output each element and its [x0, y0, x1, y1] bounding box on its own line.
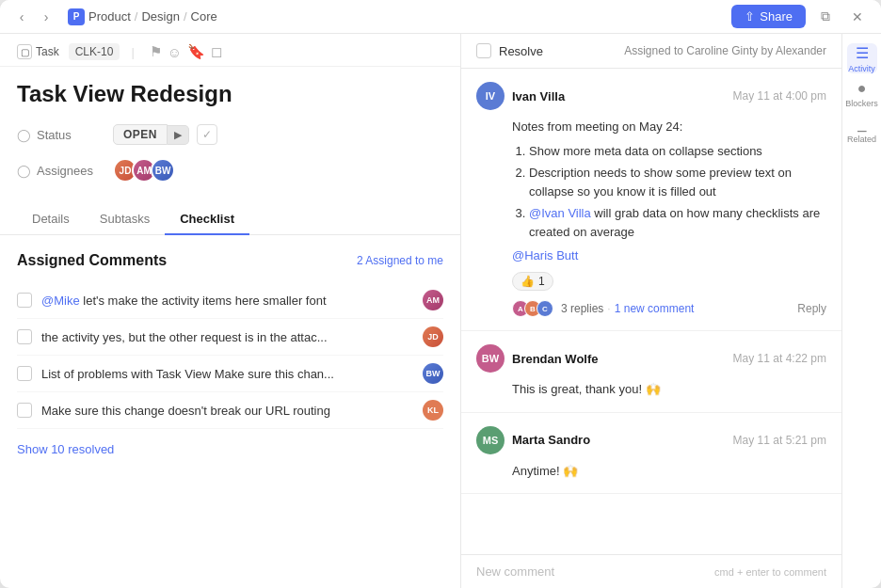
- reply-avatar-3: C: [537, 300, 553, 317]
- toolbar-sep: |: [131, 45, 134, 59]
- comment-brendan-date: May 11 at 4:22 pm: [733, 352, 826, 365]
- task-meta: ◯ Status OPEN ▶ ✓ ◯ Assignees JD: [0, 118, 460, 189]
- comment-ivan-footer: A B C 3 replies · 1 new comment Reply: [512, 300, 826, 317]
- comment-marta-author: Marta Sandro: [512, 433, 590, 447]
- comment-ivan-list: Show more meta data on collapse sections…: [512, 142, 826, 242]
- task-tabs: Details Subtasks Checklist: [0, 195, 460, 235]
- reaction-count: 1: [538, 275, 545, 288]
- assignee-avatar-3[interactable]: BW: [151, 158, 175, 183]
- comment-ivan-reactions: 👍 1: [512, 272, 826, 291]
- resolve-left: Resolve: [476, 43, 543, 58]
- nav-buttons: ‹ ›: [11, 7, 56, 27]
- comment-ivan-mention: @Ivan Villa: [529, 206, 591, 220]
- comment-brendan-avatar: BW: [476, 344, 505, 373]
- tab-checklist[interactable]: Checklist: [165, 204, 249, 235]
- checklist-item-3: List of problems with Task View Make sur…: [17, 356, 443, 392]
- resolve-label: Resolve: [499, 44, 543, 58]
- sidebar-activity-button[interactable]: ☰ Activity: [847, 43, 877, 73]
- share-icon: ⇧: [745, 9, 755, 24]
- comment-marta-text: Anytime! 🙌: [512, 464, 578, 478]
- flag-icon[interactable]: ⚑: [150, 43, 162, 60]
- assignees-icon: ◯: [17, 164, 31, 178]
- comment-marta-body: Anytime! 🙌: [512, 462, 826, 481]
- show-resolved-button[interactable]: Show 10 resolved: [17, 442, 443, 464]
- comment-marta-header: MS Marta Sandro May 11 at 5:21 pm: [476, 426, 826, 454]
- comment-marta-date: May 11 at 5:21 pm: [733, 434, 826, 447]
- breadcrumb-core[interactable]: Core: [191, 9, 217, 24]
- status-label: ◯ Status: [17, 128, 102, 142]
- comment-ivan-list-2: Description needs to show some preview t…: [529, 164, 826, 200]
- comment-ivan-intro: Notes from meeting on May 24:: [512, 119, 682, 134]
- checkbox-2[interactable]: [17, 329, 32, 344]
- status-check-button[interactable]: ✓: [197, 124, 217, 145]
- left-panel: ▢ Task CLK-10 | ⚑ ☺ 🔖 ◻ Task View Redesi…: [0, 34, 461, 588]
- section-header: Assigned Comments 2 Assigned to me: [17, 252, 443, 269]
- status-icon: ◯: [17, 128, 31, 142]
- mention-mike: @Mike: [41, 294, 80, 308]
- replies-count[interactable]: 3 replies: [561, 302, 603, 315]
- tag-icon[interactable]: 🔖: [187, 43, 205, 60]
- task-title: Task View Redesign: [0, 67, 460, 118]
- status-open-text[interactable]: OPEN: [113, 124, 168, 145]
- comment-ivan-tag[interactable]: @Haris Butt: [512, 248, 826, 262]
- app-icon: P: [68, 8, 85, 25]
- checklist-text-1-rest: let's make the activity items here small…: [80, 294, 327, 308]
- reaction-thumbs-up[interactable]: 👍 1: [512, 272, 553, 291]
- resolve-checkbox[interactable]: [476, 43, 491, 58]
- forward-button[interactable]: ›: [36, 7, 56, 27]
- comment-ivan: IV Ivan Villa May 11 at 4:00 pm Notes fr…: [461, 69, 841, 331]
- reaction-emoji: 👍: [521, 275, 535, 288]
- comment-input[interactable]: [476, 564, 714, 579]
- activity-panel: Resolve Assigned to Caroline Ginty by Al…: [461, 34, 841, 588]
- task-type: ▢ Task: [17, 44, 59, 59]
- image-icon[interactable]: ◻: [211, 43, 222, 60]
- sidebar-blockers-button[interactable]: ● Blockers: [847, 79, 877, 109]
- assigned-badge[interactable]: 2 Assigned to me: [357, 254, 443, 267]
- comment-ivan-body: Notes from meeting on May 24: Show more …: [512, 118, 826, 241]
- resize-button[interactable]: ⧉: [813, 5, 838, 29]
- comment-brendan-body: This is great, thank you! 🙌: [512, 380, 826, 399]
- activity-icon: ☰: [856, 44, 869, 62]
- share-label: Share: [760, 9, 793, 24]
- breadcrumb-sep-2: /: [184, 9, 187, 24]
- checklist-text-2: the activity yes, but the other request …: [41, 330, 413, 344]
- item-avatar-4[interactable]: KL: [423, 400, 443, 421]
- tab-details[interactable]: Details: [17, 204, 85, 235]
- comment-brendan: BW Brendan Wolfe May 11 at 4:22 pm This …: [461, 331, 841, 413]
- breadcrumb-design[interactable]: Design: [141, 9, 179, 24]
- assignees-label: ◯ Assignees: [17, 164, 102, 178]
- item-avatar-1[interactable]: AM: [423, 290, 443, 310]
- tab-subtasks[interactable]: Subtasks: [85, 204, 165, 235]
- comment-brendan-author: Brendan Wolfe: [512, 352, 599, 366]
- sidebar-related-button[interactable]: ⎯ Related: [847, 115, 877, 145]
- status-dropdown-arrow[interactable]: ▶: [168, 125, 189, 145]
- resolve-bar: Resolve Assigned to Caroline Ginty by Al…: [461, 34, 841, 69]
- checkbox-3[interactable]: [17, 366, 32, 381]
- breadcrumb-product[interactable]: Product: [88, 9, 131, 24]
- comment-ivan-avatar: IV: [476, 82, 505, 110]
- new-comment-link[interactable]: 1 new comment: [615, 302, 695, 315]
- comment-marta: MS Marta Sandro May 11 at 5:21 pm Anytim…: [461, 413, 841, 495]
- status-label-text: Status: [37, 128, 72, 142]
- checklist-text-4: Make sure this change doesn't break our …: [41, 404, 413, 418]
- comment-hint: cmd + enter to comment: [714, 566, 826, 578]
- item-avatar-2[interactable]: JD: [423, 326, 443, 347]
- comment-brendan-header: BW Brendan Wolfe May 11 at 4:22 pm: [476, 344, 826, 373]
- item-avatar-3[interactable]: BW: [423, 363, 443, 384]
- reply-button[interactable]: Reply: [797, 302, 826, 315]
- blockers-icon: ●: [857, 80, 867, 97]
- share-button[interactable]: ⇧ Share: [731, 5, 806, 28]
- checklist-text-3: List of problems with Task View Make sur…: [41, 367, 413, 381]
- checklist-text-1: @Mike let's make the activity items here…: [41, 294, 413, 308]
- assignees-row: ◯ Assignees JD AM BW: [17, 151, 443, 189]
- checkbox-1[interactable]: [17, 293, 32, 308]
- back-button[interactable]: ‹: [11, 7, 32, 27]
- close-button[interactable]: ✕: [845, 5, 870, 29]
- checkbox-4[interactable]: [17, 403, 32, 418]
- activity-label: Activity: [848, 64, 875, 73]
- emoji-icon[interactable]: ☺: [168, 44, 182, 60]
- checklist-item-2: the activity yes, but the other request …: [17, 319, 443, 356]
- right-sidebar: ☰ Activity ● Blockers ⎯ Related: [841, 34, 881, 588]
- dot-sep: ·: [607, 302, 610, 315]
- task-id: CLK-10: [69, 43, 120, 60]
